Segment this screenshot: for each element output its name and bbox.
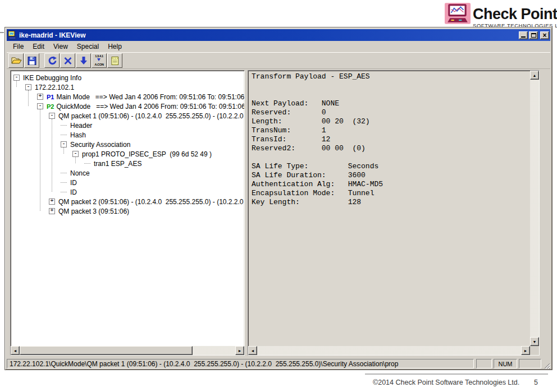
menu-bar: File Edit View Special Help bbox=[7, 41, 550, 52]
tree-item-label: QM packet 2 (09:51:06) - (10.2.4.0 255.2… bbox=[58, 198, 244, 206]
delete-button[interactable] bbox=[60, 53, 75, 68]
tree-item-label: 172.22.102.1 bbox=[35, 84, 74, 91]
tree-expander[interactable]: + bbox=[49, 208, 55, 214]
tree-item-qm-packet-3[interactable]: + QM packet 3 (09:51:06) bbox=[11, 206, 244, 216]
tree-item-label: QM packet 1 (09:51:06) - (10.2.4.0 255.2… bbox=[58, 112, 244, 120]
detail-vscroll-down-button[interactable]: ▼ bbox=[530, 337, 539, 346]
close-icon: × bbox=[542, 33, 546, 38]
tree-expander[interactable]: - bbox=[49, 113, 55, 119]
refresh-button[interactable] bbox=[44, 53, 60, 68]
menu-file[interactable]: File bbox=[8, 41, 28, 52]
tree-expander[interactable]: - bbox=[61, 141, 67, 147]
status-panel-1 bbox=[476, 359, 492, 368]
resize-grip[interactable] bbox=[542, 361, 550, 369]
tree-expander[interactable]: - bbox=[13, 75, 20, 81]
maximize-icon bbox=[531, 33, 536, 38]
tree-item-id-2[interactable]: ID bbox=[11, 187, 244, 197]
detail-pane: Transform Payload - ESP_AES Next Payload… bbox=[248, 70, 540, 356]
title-bar[interactable]: ike-madrid - IKEView × bbox=[7, 29, 550, 41]
tree-item-label: tran1 ESP_AES bbox=[94, 160, 141, 168]
tree-item-hash[interactable]: Hash bbox=[11, 130, 244, 140]
save-file-button[interactable] bbox=[24, 53, 39, 68]
refresh-icon bbox=[47, 56, 57, 66]
tree-item-id-1[interactable]: ID bbox=[11, 178, 244, 187]
tree-line bbox=[28, 90, 29, 106]
tree-expander[interactable]: - bbox=[25, 84, 31, 90]
tree-hscroll-thumb[interactable] bbox=[20, 346, 193, 355]
tree-item-header[interactable]: Header bbox=[11, 121, 244, 130]
resolve-name-text: A.CON bbox=[94, 63, 103, 66]
status-path: 172.22.102.1\QuickMode\QM packet 1 (09:5… bbox=[7, 359, 474, 368]
tree-item-main-mode[interactable]: + P1 Main Mode ==> Wed Jan 4 2006 From: … bbox=[11, 92, 244, 102]
tree-item-peer-ip[interactable]: - 172.22.102.1 bbox=[11, 82, 244, 92]
tree-item-label: IKE Debugging Info bbox=[23, 74, 81, 82]
menu-edit[interactable]: Edit bbox=[28, 41, 49, 52]
footer-page-number: 5 bbox=[534, 379, 538, 386]
tree-expander[interactable]: - bbox=[37, 103, 43, 109]
tree-item-nonce[interactable]: Nonce bbox=[11, 168, 244, 178]
down-arrow-icon bbox=[79, 56, 88, 65]
tree-line bbox=[75, 157, 76, 163]
checkpoint-logo: Check Point® SOFTWARE TECHNOLOGIES LTD. bbox=[445, 3, 557, 29]
ikeview-window: ike-madrid - IKEView × File Edit View Sp… bbox=[4, 27, 553, 370]
tree-item-label: ID bbox=[70, 179, 77, 187]
main-content: - IKE Debugging Info - 172.22.102.1 + P1… bbox=[7, 69, 550, 357]
tree-expander[interactable]: + bbox=[49, 199, 55, 205]
tree-item-security-association[interactable]: - Security Association bbox=[11, 140, 244, 149]
detail-hscroll-track[interactable] bbox=[257, 346, 521, 355]
tree-item-label: QuickMode ==> Wed Jan 4 2006 From: 09:51… bbox=[56, 103, 244, 110]
tree-item-ike-debugging-info[interactable]: - IKE Debugging Info bbox=[11, 73, 244, 82]
phase2-badge: P2 bbox=[47, 103, 54, 110]
tree-item-label: Header bbox=[70, 122, 92, 130]
notepad-button[interactable] bbox=[107, 53, 122, 68]
tree-line bbox=[40, 109, 40, 211]
delete-x-icon bbox=[63, 57, 72, 65]
ike-tree: - IKE Debugging Info - 172.22.102.1 + P1… bbox=[11, 71, 244, 345]
transform-payload-text: Transform Payload - ESP_AES Next Payload… bbox=[248, 71, 539, 209]
resolve-ip-text: 1.3.4.1 bbox=[95, 55, 103, 58]
num-lock-indicator: NUM bbox=[494, 359, 517, 368]
detail-hscroll-right-button[interactable]: ► bbox=[521, 346, 530, 355]
close-button[interactable]: × bbox=[540, 31, 549, 39]
tree-hscroll-right-button[interactable]: ► bbox=[235, 346, 244, 355]
tree-expander[interactable]: - bbox=[72, 151, 79, 157]
maximize-button[interactable] bbox=[529, 31, 538, 39]
menu-help[interactable]: Help bbox=[103, 41, 126, 52]
detail-vscroll-track[interactable] bbox=[530, 80, 539, 337]
detail-vscroll-up-button[interactable]: ▲ bbox=[530, 71, 539, 80]
tree-item-qm-packet-2[interactable]: + QM packet 2 (09:51:06) - (10.2.4.0 255… bbox=[11, 197, 244, 206]
resolve-ip-button[interactable]: 1.3.4.1 A.CON bbox=[92, 53, 107, 68]
tree-item-prop1[interactable]: - prop1 PROTO_IPSEC_ESP (99 6d 52 49 ) bbox=[11, 149, 244, 159]
menu-special[interactable]: Special bbox=[72, 41, 103, 52]
tree-item-label: prop1 PROTO_IPSEC_ESP (99 6d 52 49 ) bbox=[82, 150, 212, 158]
open-file-button[interactable] bbox=[8, 53, 24, 68]
tree-item-label: Nonce bbox=[70, 169, 90, 177]
tree-expander[interactable]: + bbox=[37, 94, 43, 100]
resolve-ip-icon: 1.3.4.1 A.CON bbox=[94, 55, 103, 66]
tree-item-quick-mode[interactable]: - P2 QuickMode ==> Wed Jan 4 2006 From: … bbox=[11, 102, 244, 111]
tree-item-label: Main Mode ==> Wed Jan 4 2006 From: 09:51… bbox=[56, 93, 244, 101]
logo-title: Check Point® bbox=[473, 4, 557, 22]
phase1-badge: P1 bbox=[47, 94, 54, 100]
tree-connector bbox=[61, 125, 67, 126]
minimize-button[interactable] bbox=[519, 31, 528, 39]
window-title: ike-madrid - IKEView bbox=[19, 31, 518, 39]
down-arrow-button[interactable] bbox=[76, 53, 91, 68]
tree-connector bbox=[84, 163, 90, 164]
logo-title-text: Check Point bbox=[473, 6, 557, 22]
minimize-icon bbox=[521, 36, 526, 38]
status-bar: 172.22.102.1\QuickMode\QM packet 1 (09:5… bbox=[7, 357, 550, 369]
scrollbar-corner bbox=[530, 346, 539, 355]
menu-view[interactable]: View bbox=[49, 41, 72, 52]
tree-connector bbox=[61, 173, 67, 173]
tree-line bbox=[52, 119, 52, 192]
save-floppy-icon bbox=[27, 56, 37, 66]
tree-item-tran1[interactable]: tran1 ESP_AES bbox=[11, 159, 244, 168]
tree-item-qm-packet-1[interactable]: - QM packet 1 (09:51:06) - (10.2.4.0 255… bbox=[11, 111, 244, 121]
tree-line bbox=[63, 147, 64, 154]
app-icon bbox=[8, 31, 17, 40]
detail-hscroll-left-button[interactable]: ◄ bbox=[248, 346, 257, 355]
tree-hscroll-left-button[interactable]: ◄ bbox=[11, 346, 20, 355]
tree-pane: - IKE Debugging Info - 172.22.102.1 + P1… bbox=[10, 70, 245, 356]
toolbar: 1.3.4.1 A.CON bbox=[7, 52, 550, 69]
